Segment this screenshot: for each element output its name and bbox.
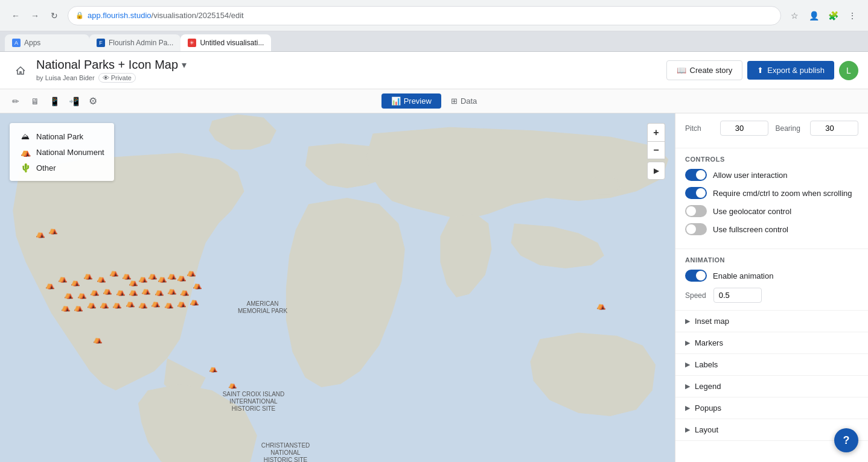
- map-controls: + − ▶: [647, 123, 665, 180]
- svg-text:⛺: ⛺: [167, 286, 177, 296]
- pitch-input[interactable]: [720, 121, 768, 136]
- bookmark-button[interactable]: ☆: [786, 7, 803, 24]
- app-actions: 📖 Create story ⬆ Export & publish L: [666, 60, 858, 80]
- require-cmdctrl-row: Require cmd/ctrl to zoom when scrolling: [685, 187, 858, 199]
- map-area[interactable]: ⛺ ⛺ ⛺ ⛺ ⛺ ⛺ ⛺ ⛺ ⛺ ⛺ ⛺ ⛺ ⛺ ⛺ ⛺ ⛺ ⛺ ⛺ ⛺ ⛺: [0, 113, 675, 462]
- pitch-label: Pitch: [685, 124, 713, 133]
- zoom-in-button[interactable]: +: [647, 123, 665, 141]
- geolocator-toggle[interactable]: [685, 205, 707, 217]
- inset-map-section[interactable]: ▶ Inset map: [675, 311, 868, 332]
- svg-text:⛺: ⛺: [596, 301, 606, 311]
- more-button[interactable]: ⋮: [844, 7, 861, 24]
- enable-animation-row: Enable animation: [685, 270, 858, 282]
- nav-buttons[interactable]: ← → ↻: [7, 7, 63, 24]
- main-content: ⛺ ⛺ ⛺ ⛺ ⛺ ⛺ ⛺ ⛺ ⛺ ⛺ ⛺ ⛺ ⛺ ⛺ ⛺ ⛺ ⛺ ⛺ ⛺ ⛺: [0, 113, 868, 462]
- app-subtitle: by Luisa Jean Bider 👁 Private: [36, 73, 666, 83]
- legend-chevron: ▶: [685, 382, 690, 390]
- preview-label: Preview: [404, 97, 432, 106]
- svg-text:⛺: ⛺: [83, 271, 93, 280]
- data-tab-button[interactable]: ⊞ Data: [441, 93, 487, 109]
- tab-label-flourish: Flourish Admin Pa...: [109, 39, 173, 47]
- labels-section[interactable]: ▶ Labels: [675, 354, 868, 376]
- svg-text:⛺: ⛺: [45, 280, 55, 290]
- tab-label-apps: Apps: [24, 39, 40, 47]
- svg-text:⛺: ⛺: [64, 290, 74, 300]
- title-dropdown-icon[interactable]: ▾: [182, 59, 187, 71]
- tab-favicon-untitled: ✳: [188, 39, 196, 47]
- title-text: National Parks + Icon Map: [36, 58, 178, 72]
- legend-label: Legend: [695, 382, 858, 391]
- legend-icon-park: ⛰: [19, 130, 31, 142]
- forward-button[interactable]: →: [27, 7, 43, 24]
- enable-animation-toggle[interactable]: [685, 270, 707, 282]
- svg-text:⛺: ⛺: [151, 299, 161, 308]
- tab-label-untitled: Untitled visualisati...: [200, 39, 264, 47]
- fullscreen-label: Use fullscreen control: [713, 225, 858, 234]
- app-content: National Parks + Icon Map ▾ by Luisa Jea…: [0, 52, 868, 462]
- author-text: by Luisa Jean Bider: [36, 74, 95, 81]
- user-avatar[interactable]: L: [839, 61, 858, 80]
- home-button[interactable]: [10, 60, 31, 81]
- layout-chevron: ▶: [685, 426, 690, 434]
- svg-text:⛺: ⛺: [158, 274, 167, 283]
- tab-untitled[interactable]: ✳ Untitled visualisati...: [180, 34, 271, 51]
- require-cmdctrl-label: Require cmd/ctrl to zoom when scrolling: [713, 189, 858, 198]
- svg-text:⛺: ⛺: [228, 381, 237, 389]
- tab-flourish[interactable]: F Flourish Admin Pa...: [89, 34, 180, 51]
- zoom-out-button[interactable]: −: [647, 141, 665, 159]
- geolocator-row: Use geolocator control: [685, 205, 858, 217]
- mobile-view-button[interactable]: 📲: [65, 93, 82, 110]
- map-legend: ⛰ National Park ⛺ National Monument 🌵 Ot…: [10, 123, 114, 181]
- tab-apps[interactable]: A Apps: [5, 34, 89, 51]
- require-cmdctrl-toggle[interactable]: [685, 187, 707, 199]
- browser-action-buttons[interactable]: ☆ 👤 🧩 ⋮: [786, 7, 861, 24]
- pencil-tool-button[interactable]: ✏: [7, 93, 24, 110]
- settings-button[interactable]: ⚙: [85, 93, 101, 110]
- legend-label-other: Other: [36, 163, 56, 172]
- allow-interaction-toggle[interactable]: [685, 169, 707, 181]
- markers-section[interactable]: ▶ Markers: [675, 332, 868, 354]
- speed-input[interactable]: [713, 288, 762, 303]
- svg-text:⛺: ⛺: [77, 290, 87, 300]
- svg-text:⛺: ⛺: [138, 300, 148, 309]
- svg-text:⛺: ⛺: [155, 287, 164, 297]
- svg-text:⛺: ⛺: [190, 297, 199, 306]
- svg-text:⛺: ⛺: [126, 299, 135, 308]
- desktop-view-button[interactable]: 🖥: [27, 93, 43, 110]
- address-bar[interactable]: 🔒 app.flourish.studio/visualisation/2025…: [68, 6, 781, 25]
- svg-text:⛺: ⛺: [129, 287, 138, 297]
- animation-title: ANIMATION: [685, 256, 858, 264]
- svg-text:⛺: ⛺: [112, 300, 122, 309]
- export-publish-button[interactable]: ⬆ Export & publish: [747, 61, 834, 80]
- create-story-button[interactable]: 📖 Create story: [666, 60, 743, 80]
- fullscreen-toggle[interactable]: [685, 223, 707, 235]
- browser-chrome: ← → ↻ 🔒 app.flourish.studio/visualisatio…: [0, 0, 868, 31]
- help-button[interactable]: ?: [834, 428, 858, 452]
- legend-label-park: National Park: [36, 132, 83, 141]
- profile-button[interactable]: 👤: [805, 7, 822, 24]
- bearing-input[interactable]: [810, 121, 858, 136]
- legend-section[interactable]: ▶ Legend: [675, 376, 868, 397]
- speed-label: Speed: [685, 291, 706, 300]
- toolbar-left: ✏ 🖥 📱 📲 ⚙: [7, 93, 379, 110]
- svg-text:⛺: ⛺: [90, 287, 100, 297]
- svg-text:⛺: ⛺: [87, 300, 97, 309]
- markers-label: Markers: [695, 338, 858, 347]
- extension-button[interactable]: 🧩: [825, 7, 841, 24]
- svg-text:⛺: ⛺: [48, 226, 58, 235]
- popups-section[interactable]: ▶ Popups: [675, 397, 868, 419]
- svg-text:⛺: ⛺: [129, 277, 138, 287]
- svg-text:⛺: ⛺: [71, 277, 80, 287]
- tablet-view-button[interactable]: 📱: [46, 93, 63, 110]
- preview-tab-button[interactable]: 📊 Preview: [381, 93, 441, 109]
- layout-label: Layout: [695, 425, 858, 434]
- pitch-bearing-section: Pitch Bearing: [675, 113, 868, 148]
- pan-button[interactable]: ▶: [647, 162, 665, 180]
- app-title: National Parks + Icon Map ▾: [36, 58, 666, 72]
- legend-item-national-park: ⛰ National Park: [19, 130, 104, 142]
- refresh-button[interactable]: ↻: [46, 7, 63, 24]
- svg-text:⛺: ⛺: [167, 271, 177, 280]
- inset-map-label: Inset map: [695, 317, 858, 326]
- back-button[interactable]: ←: [7, 7, 24, 24]
- enable-animation-label: Enable animation: [713, 271, 858, 280]
